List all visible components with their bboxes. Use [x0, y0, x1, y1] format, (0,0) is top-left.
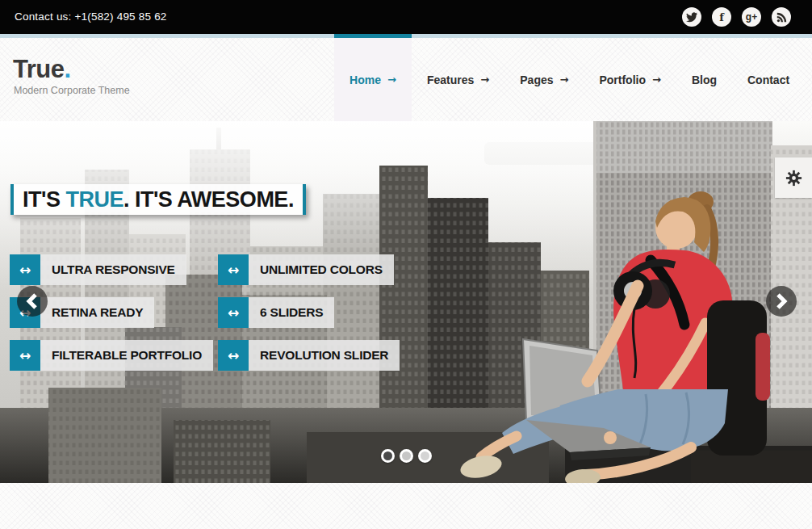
chevron-right-icon [775, 292, 788, 310]
page: Contact us: +1(582) 495 85 62 f g+ True.… [0, 0, 812, 529]
page-body-background [0, 483, 812, 529]
theme-options-button[interactable] [775, 157, 812, 198]
twitter-icon [686, 11, 697, 23]
resize-arrow-icon: ↔ [218, 254, 249, 285]
google-plus-icon: g+ [746, 11, 757, 23]
rss-button[interactable] [772, 7, 791, 27]
facebook-button[interactable]: f [712, 7, 731, 27]
chevron-arrow-icon: → [652, 73, 661, 86]
resize-arrow-icon: ↔ [218, 297, 249, 328]
headline-highlight: TRUE [65, 187, 123, 212]
hero-headline: IT'S TRUE. IT'S AWESOME. [10, 184, 306, 215]
chevron-arrow-icon: → [480, 73, 489, 86]
logo-text: True [13, 55, 64, 83]
facebook-icon: f [719, 11, 724, 23]
twitter-button[interactable] [682, 7, 701, 27]
rss-icon [776, 12, 787, 23]
hero-slider: IT'S TRUE. IT'S AWESOME. ↔ ULTRA RESPONS… [0, 121, 812, 483]
chevron-arrow-icon: → [387, 73, 396, 86]
google-plus-button[interactable]: g+ [742, 7, 761, 27]
topbar: Contact us: +1(582) 495 85 62 f g+ [0, 0, 812, 34]
slider-dots [381, 449, 432, 463]
main-nav: Home → Features → Pages → Portfolio → Bl… [334, 38, 805, 121]
nav-item-blog[interactable]: Blog [676, 38, 732, 121]
chevron-arrow-icon: → [560, 73, 569, 86]
prev-slide-button[interactable] [17, 286, 48, 317]
site-logo[interactable]: True. [13, 55, 71, 84]
gear-icon [785, 169, 803, 187]
slider-dot-2[interactable] [400, 449, 413, 463]
resize-arrow-icon: ↔ [10, 254, 40, 285]
next-slide-button[interactable] [766, 286, 797, 317]
chevron-left-icon [26, 292, 39, 310]
feature-badge-filterable-portfolio: ↔ FILTERABLE PORTFOLIO [10, 340, 213, 371]
slider-dot-1-active[interactable] [381, 449, 395, 463]
nav-item-pages[interactable]: Pages → [504, 38, 584, 121]
slider-dot-3[interactable] [418, 449, 432, 463]
contact-phone: Contact us: +1(582) 495 85 62 [15, 0, 167, 34]
nav-item-portfolio[interactable]: Portfolio → [584, 38, 676, 121]
feature-badge-6-sliders: ↔ 6 SLIDERS [218, 297, 334, 328]
site-tagline: Modern Corporate Theme [14, 85, 130, 96]
nav-item-home[interactable]: Home → [334, 38, 412, 121]
social-links: f g+ [682, 7, 791, 27]
resize-arrow-icon: ↔ [10, 340, 40, 371]
feature-badge-unlimited-colors: ↔ UNLIMITED COLORS [218, 254, 394, 285]
feature-badge-ultra-responsive: ↔ ULTRA RESPONSIVE [10, 254, 186, 285]
logo-dot: . [64, 55, 70, 83]
nav-item-features[interactable]: Features → [412, 38, 504, 121]
feature-badge-revolution-slider: ↔ REVOLUTION SLIDER [218, 340, 400, 371]
resize-arrow-icon: ↔ [218, 340, 249, 371]
nav-item-contact[interactable]: Contact [732, 38, 805, 121]
